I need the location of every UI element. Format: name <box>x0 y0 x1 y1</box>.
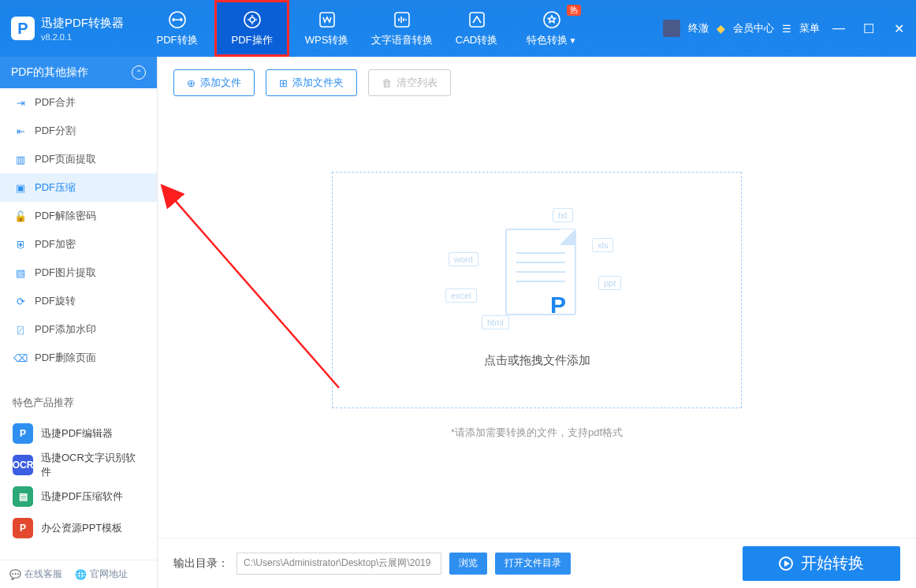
swap-icon <box>167 9 188 30</box>
shield-icon: ⛨ <box>14 239 27 251</box>
add-folder-button[interactable]: ⊞添加文件夹 <box>266 69 357 96</box>
official-site-link[interactable]: 🌐 官网地址 <box>75 568 128 581</box>
promo-ppt[interactable]: P办公资源PPT模板 <box>0 512 157 544</box>
open-dir-button[interactable]: 打开文件目录 <box>495 553 571 575</box>
close-button[interactable]: ✕ <box>888 17 910 39</box>
svg-point-1 <box>244 12 260 28</box>
merge-icon: ⇥ <box>14 97 27 109</box>
sidebar-footer: 💬 在线客服 🌐 官网地址 <box>0 560 157 588</box>
app-logo-block: P 迅捷PDF转换器 v8.2.0.1 <box>0 16 135 42</box>
promo-pdf-editor[interactable]: P迅捷PDF编辑器 <box>0 418 157 449</box>
tab-cad-convert[interactable]: CAD转换 <box>439 0 514 57</box>
nav-tabs: PDF转换 PDF操作 WPS转换 文字语音转换 CAD转换 热 特色转换▼ <box>140 0 589 57</box>
chevron-down-icon: ▼ <box>569 36 577 45</box>
menu-icon: ☰ <box>782 23 791 35</box>
user-avatar[interactable] <box>663 20 680 37</box>
word-tag: word <box>449 252 478 266</box>
p-logo-icon: P <box>543 290 573 320</box>
vip-center-link[interactable]: 会员中心 <box>733 21 774 35</box>
xls-tag: xls <box>592 238 613 252</box>
app-title: 迅捷PDF转换器 <box>41 16 124 31</box>
main-panel: ⊕添加文件 ⊞添加文件夹 🗑清空列表 txt word excel html x… <box>158 57 916 588</box>
toolbar: ⊕添加文件 ⊞添加文件夹 🗑清空列表 <box>158 57 916 109</box>
maximize-button[interactable]: ☐ <box>858 17 880 39</box>
output-dir-label: 输出目录： <box>173 556 229 571</box>
extract-icon: ▥ <box>14 154 27 166</box>
browse-button[interactable]: 浏览 <box>449 553 487 575</box>
wps-icon <box>317 9 337 30</box>
tab-wps-convert[interactable]: WPS转换 <box>289 0 364 57</box>
image-icon: ▧ <box>14 267 27 279</box>
promo-compress[interactable]: ▤迅捷PDF压缩软件 <box>0 481 157 512</box>
drop-zone[interactable]: txt word excel html xls ppt P 点击或拖拽文件添加 <box>332 172 742 408</box>
svg-point-2 <box>250 17 255 22</box>
watermark-icon: ⍁ <box>14 324 27 336</box>
minimize-button[interactable]: ― <box>828 17 850 39</box>
plus-file-icon: ⊕ <box>187 77 195 89</box>
app-version: v8.2.0.1 <box>41 32 124 42</box>
sidebar-item-split[interactable]: ⇤PDF分割 <box>0 117 157 145</box>
txt-tag: txt <box>553 208 573 222</box>
add-file-button[interactable]: ⊕添加文件 <box>173 69 255 96</box>
ocr-icon: OCR <box>13 455 33 475</box>
sidebar-item-delete-page[interactable]: ⌫PDF删除页面 <box>0 344 157 372</box>
sidebar-item-unlock[interactable]: 🔓PDF解除密码 <box>0 202 157 230</box>
unlock-icon: 🔓 <box>14 210 27 222</box>
audio-icon <box>392 9 412 30</box>
header-right: 终澈 ◆ 会员中心 ☰ 菜单 ― ☐ ✕ <box>663 0 910 57</box>
svg-rect-5 <box>470 13 484 27</box>
ppt-icon: P <box>13 518 33 538</box>
sidebar-item-rotate[interactable]: ⟳PDF旋转 <box>0 287 157 315</box>
sidebar: PDF的其他操作 ⌃ ⇥PDF合并 ⇤PDF分割 ▥PDF页面提取 ▣PDF压缩… <box>0 57 158 588</box>
gear-icon <box>242 9 263 30</box>
play-icon <box>779 556 793 571</box>
dropzone-hint: *请添加需要转换的文件，支持pdf格式 <box>451 426 623 440</box>
star-icon <box>542 9 562 30</box>
split-icon: ⇤ <box>14 125 27 137</box>
online-service-link[interactable]: 💬 在线客服 <box>9 568 62 581</box>
tab-special-convert[interactable]: 热 特色转换▼ <box>514 0 589 57</box>
sidebar-item-extract-image[interactable]: ▧PDF图片提取 <box>0 259 157 287</box>
tab-pdf-operate[interactable]: PDF操作 <box>214 0 289 57</box>
diamond-icon: ◆ <box>717 22 725 35</box>
sidebar-item-encrypt[interactable]: ⛨PDF加密 <box>0 230 157 259</box>
dropzone-text: 点击或拖拽文件添加 <box>484 353 590 368</box>
output-dir-input[interactable] <box>236 553 441 575</box>
start-convert-button[interactable]: 开始转换 <box>743 546 900 581</box>
menu-link[interactable]: 菜单 <box>799 21 820 35</box>
tab-pdf-convert[interactable]: PDF转换 <box>140 0 214 57</box>
ppt-tag: ppt <box>598 276 621 290</box>
svg-rect-4 <box>395 13 409 27</box>
sidebar-header[interactable]: PDF的其他操作 ⌃ <box>0 57 157 88</box>
plus-folder-icon: ⊞ <box>279 77 288 89</box>
html-tag: html <box>482 315 509 329</box>
clear-list-button[interactable]: 🗑清空列表 <box>368 69 451 96</box>
delete-page-icon: ⌫ <box>14 352 27 364</box>
bottom-bar: 输出目录： 浏览 打开文件目录 开始转换 <box>158 538 916 588</box>
rotate-icon: ⟳ <box>14 296 27 307</box>
pdf-editor-icon: P <box>13 423 33 444</box>
sidebar-item-compress[interactable]: ▣PDF压缩 <box>0 173 157 202</box>
dropzone-illustration: txt word excel html xls ppt P <box>434 213 639 339</box>
sidebar-item-extract-page[interactable]: ▥PDF页面提取 <box>0 145 157 173</box>
hot-badge: 热 <box>567 5 581 16</box>
svg-point-6 <box>544 12 560 28</box>
promo-title: 特色产品推荐 <box>0 396 157 418</box>
sidebar-item-watermark[interactable]: ⍁PDF添加水印 <box>0 315 157 344</box>
chevron-up-icon: ⌃ <box>132 65 146 80</box>
trash-icon: 🗑 <box>382 77 392 89</box>
promo-ocr[interactable]: OCR迅捷OCR文字识别软件 <box>0 449 157 481</box>
cad-icon <box>467 9 487 30</box>
zip-icon: ▤ <box>13 486 33 507</box>
app-logo-icon: P <box>11 17 35 40</box>
username[interactable]: 终澈 <box>688 21 709 35</box>
promo-block: 特色产品推荐 P迅捷PDF编辑器 OCR迅捷OCR文字识别软件 ▤迅捷PDF压缩… <box>0 396 157 544</box>
compress-icon: ▣ <box>14 182 27 194</box>
sidebar-item-merge[interactable]: ⇥PDF合并 <box>0 88 157 117</box>
app-header: P 迅捷PDF转换器 v8.2.0.1 PDF转换 PDF操作 WPS转换 文字… <box>0 0 916 57</box>
excel-tag: excel <box>445 288 477 303</box>
svg-rect-3 <box>320 13 334 27</box>
tab-text-audio[interactable]: 文字语音转换 <box>364 0 439 57</box>
